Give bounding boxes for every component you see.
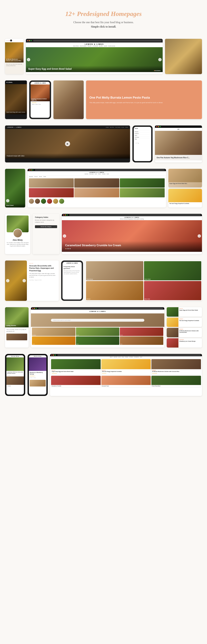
strawberry-next[interactable]: › [198,234,201,238]
preview-homepage-20[interactable]: LEMON & LIMES What do you want to cook t… [31,307,164,348]
cat-dinner[interactable]: Dinner [39,176,42,177]
grid-stars-2: ★★★★☆ [102,373,150,374]
page-title: 12+ Predesigned Homepages [7,10,200,18]
bm6 [53,354,54,356]
recipe-title-1: 30 Minute Mushroom Chicken with Coconut … [6,58,22,62]
hero-prev-arrow[interactable]: ‹ [27,58,30,61]
preview-homepage-21-phone[interactable]: Recipe Blog Vegetarian Chili-Corn Carne … [5,354,25,396]
avocado-title: Avocado Bruschetta with Parma Ham, Aspar… [29,264,56,272]
preview-homepage-13a[interactable]: Super Egg and Green Bowl Sal... [168,169,202,188]
nav-purchase: PURCHASE [108,46,115,46]
avocado-prev[interactable]: ‹ [6,279,10,282]
browser-close-2 [156,126,157,127]
preview-homepage-17-phone[interactable]: LEMON & LIMES Frequently Asked Questions… [61,260,83,301]
preview-avocado-img[interactable]: ‹ › [5,260,27,301]
bmax5 [36,308,37,309]
grid-recipe-3: 30 Minute Mushroom Chicken with Coconut … [152,371,200,372]
phone5-recipe-title: Blueberry & Blackberry Sponge [30,372,46,375]
video-play-button[interactable]: ▶ [65,141,70,146]
grid-stars-3: ★★★★★ [152,373,200,374]
dark-site-logo: LEMON • LIMES [7,126,22,128]
preview-homepage-22-phone[interactable]: Mobile Blog Blueberry & Blackberry Spong… [28,354,48,396]
sdot3 [68,248,69,249]
author-name: Alex Misty [7,239,28,241]
author-description: Hi, I'm Alex! I love healthy, food, and … [7,242,28,247]
cat-brunch[interactable]: Brunch [34,176,38,177]
nav-blog: BLOG [99,46,103,46]
preview-homepage-11[interactable]: Bowl Salad ‹ [5,169,25,208]
recipe-list-1[interactable]: SALAD Super Egg and Green Bowl Salad [167,307,202,316]
browse-category-button[interactable]: Browse By Category [35,225,57,228]
avocado-author: Alex Misty · August 12 2021 [29,280,56,280]
bmax4 [66,214,68,216]
nav-features: FEATURES [80,46,86,46]
preview-homepage-23[interactable]: ABOUT RECIPES BLOG PAGE TRAVEL STORIES C… [50,354,202,396]
browser-url-bar [33,40,161,42]
living-stories-desc: This is my blog. Stories of my daily lif… [6,329,27,332]
recipe-list-3[interactable]: DINNER 30 Minute Mushroom Chicken with C… [167,328,202,337]
preview-homepage-19[interactable]: Living Stories This is my blog. Stories … [5,307,28,348]
recipe-list-2[interactable]: DRINKS Tart and Tangy Grapefruit Cocktai… [167,318,202,327]
dot-5 [160,70,160,71]
browser-minimize [29,40,30,41]
salad-prev[interactable]: ‹ [6,199,10,202]
burrata-desc: This silky pasta recipe, made with eggs,… [90,102,198,104]
preview-homepage-14[interactable]: Alex Misty Hi, I'm Alex! I love healthy,… [5,214,30,254]
phone-recipe-title: Caramel Cinnamon Graham Apple Pie [31,98,49,100]
preview-homepage-1[interactable]: f t P ig 30 Minute Mushroom Chicken with… [5,39,24,74]
preview-homepage-9-phone[interactable]: Home Recipes Features Shop Purchase Blog… [132,126,152,162]
preview-homepage-10[interactable]: LE One Pan Autumn Veg Mushroom Rice C... [155,126,202,162]
homepages-grid: f t P ig 30 Minute Mushroom Chicken with… [0,36,207,408]
grid-recipe-2: Tart and Tangy Grapefruit Cocktails [102,371,150,372]
category-title: Category Index [35,216,57,218]
bm4 [65,214,66,216]
bc4 [63,214,64,216]
avocado-next[interactable]: › [22,279,26,282]
recipe-stars: ★★★★☆ [32,102,49,104]
preview-homepage-5-phone[interactable]: LEMON & LIMES Caramel Cinnamon Graham Ap… [29,80,51,119]
preview-homepage-12[interactable]: LEMON & LIMES RECIPES FEATURES BLOG TRUS… [28,169,166,208]
hero-next-arrow[interactable]: › [158,58,162,61]
preview-homepage-2[interactable]: LEMON & LIMES RECIPES FEATURES TRUST STO… [26,39,163,74]
recipe-card-2: Tart and Tangy Grapefruit Cocktails [169,203,201,204]
living-stories-title: Living Stories [6,325,28,326]
preview-row-4: Bowl Salad ‹ LEMON & LIMES RECIPES FEATU… [5,169,202,208]
phone5-stars: ★★★★☆ [30,375,46,377]
bmax3 [32,170,33,170]
preview-row4-right: Super Egg and Green Bowl Sal... Tart and… [168,169,202,208]
recipe-list-4[interactable]: DESSERT Strawberry Ice Cream Recipe [167,338,202,348]
bm5 [34,308,35,309]
preview-homepage-7[interactable]: One Pot Melty Burrata Lemon Pesto Pasta … [86,80,202,119]
preview-homepage-3[interactable] [165,39,202,74]
preview-homepage-15[interactable]: Category Index Browse all recipes catego… [32,214,60,254]
preview-row7-right: SALAD Super Egg and Green Bowl Salad DRI… [167,307,202,348]
nav-recipes: RECIPES [73,46,79,46]
page-subtitle: Choose the one that best fits your food … [7,20,200,29]
bm3 [30,170,32,170]
cat-appetizer[interactable]: Appetizer [29,176,33,177]
dot-4 [158,70,159,71]
preview-homepage-8[interactable]: LEMON • LIMES HOME RECIPES FEATURES BLOG… [5,126,130,162]
recipe-card-1: Super Egg and Green Bowl Sal... [169,183,201,184]
preview-row-6: ‹ › RECIPE Avocado Bruschetta with Parma… [5,260,202,301]
browser-bar [26,39,163,42]
strawberry-hero-title: Caramelized Strawberry Crumble Ice Cream [65,244,198,247]
preview-homepage-4[interactable]: & Limes. Dark food blog with warm tones [5,80,27,119]
preview-homepage-18[interactable]: Pasta Recipe Green Salad Dessert Berry C… [85,260,202,301]
preview-homepage-6[interactable] [54,80,84,119]
autumn-recipe-title: One Pan Autumn Veg Mushroom Rice C... [156,156,200,159]
avocado-desc: This silky pasta recipe, made with eggs,… [29,273,56,278]
preview-row-8: Recipe Blog Vegetarian Chili-Corn Carne … [5,354,202,396]
preview-homepage-16[interactable]: LEMON & LIMES Where food photography mee… [62,214,202,254]
dot-2 [156,70,156,71]
faq-title: Frequently Asked Questions [64,266,81,270]
grid-site-logo: LEMON & LIMES [29,172,165,173]
browser-min-2 [158,126,159,127]
search-input-preview[interactable]: What do you want to cook today? [51,319,144,322]
nav-shop: SHOP [104,46,107,46]
preview-avocado-text[interactable]: RECIPE Avocado Bruschetta with Parma Ham… [27,260,59,301]
preview-homepage-13b[interactable]: Tart and Tangy Grapefruit Cocktails [168,189,202,208]
dot-3 [157,70,158,71]
cat-salad[interactable]: Salad [43,176,46,177]
strawberry-prev[interactable]: ‹ [63,234,66,238]
